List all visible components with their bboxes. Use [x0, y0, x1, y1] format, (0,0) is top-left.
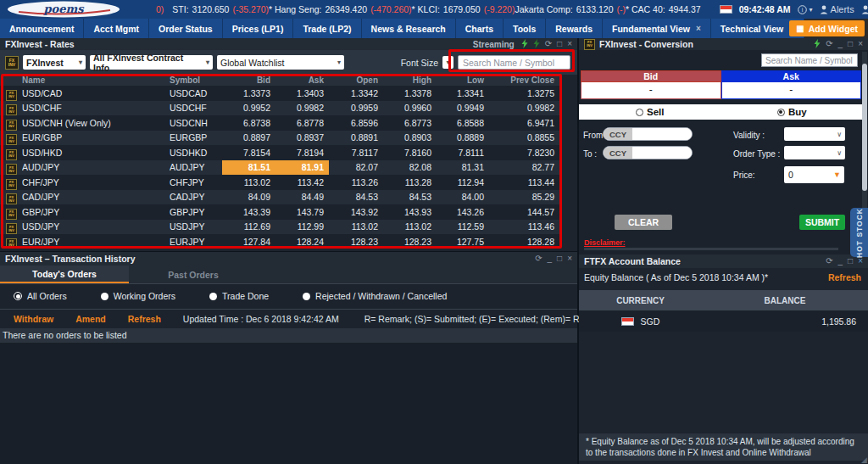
ask-cell[interactable]: 113.42	[275, 175, 329, 190]
tab-rewards[interactable]: Rewards	[546, 19, 603, 38]
tab-tools[interactable]: Tools	[504, 19, 546, 38]
ask-cell[interactable]: 6.8778	[275, 115, 329, 131]
table-row[interactable]: FXINVUSD/CNH (View Only)USDCNH6.87386.87…	[0, 115, 559, 131]
ask-cell[interactable]: 143.79	[275, 204, 329, 220]
close-icon[interactable]: ×	[567, 40, 572, 48]
col-low[interactable]: Low	[437, 75, 489, 86]
poems-logo[interactable]: poems	[0, 0, 127, 19]
table-row[interactable]: FXINVEUR/JPYEURJPY127.84128.24128.23128.…	[0, 234, 559, 249]
table-row[interactable]: FXINVCHF/JPYCHFJPY113.02113.42113.26113.…	[0, 175, 559, 190]
refresh-icon[interactable]: ⟳	[826, 40, 832, 48]
tab-news-research[interactable]: News & Research	[362, 19, 456, 38]
table-row[interactable]: FXINVEUR/GBPEURGBP0.88970.89370.88910.89…	[0, 131, 559, 146]
bid-cell[interactable]: 127.84	[222, 234, 275, 249]
from-ccy-button[interactable]: CCY	[604, 128, 632, 140]
bid-cell[interactable]: 112.69	[222, 220, 275, 235]
disclaimer-link[interactable]: Disclaimer:	[584, 238, 626, 247]
bid-cell[interactable]: 84.09	[222, 190, 275, 205]
ask-cell[interactable]: 112.99	[275, 220, 329, 235]
conversion-search-input[interactable]	[761, 53, 858, 67]
filter-all-orders[interactable]: All Orders	[14, 291, 67, 301]
minimize-icon[interactable]: _	[838, 257, 843, 266]
maximize-icon[interactable]: □	[557, 40, 562, 48]
maximize-icon[interactable]: □	[848, 257, 853, 266]
ask-cell[interactable]: 0.9982	[275, 101, 329, 116]
bid-cell[interactable]: 143.39	[222, 204, 275, 220]
tab-fundamental-view[interactable]: Fundamental View×	[603, 19, 711, 38]
col-high[interactable]: High	[383, 75, 437, 86]
maximize-icon[interactable]: □	[557, 254, 562, 263]
chevron-down-icon[interactable]: ▼	[833, 171, 844, 179]
table-row[interactable]: SGD 1,195.86	[579, 310, 868, 332]
resize-handle[interactable]: ◢	[861, 456, 867, 464]
minimize-icon[interactable]: _	[548, 254, 553, 263]
contract-select[interactable]: All FXInvest Contract Info▾	[90, 55, 213, 70]
withdraw-link[interactable]: Withdraw	[14, 314, 53, 324]
col-open[interactable]: Open	[329, 75, 383, 86]
bid-cell[interactable]: 0.8897	[222, 131, 275, 146]
add-widget-button[interactable]: ▦ Add Widget	[789, 20, 865, 36]
bid-cell[interactable]: 113.02	[222, 175, 275, 190]
tab-prices-lp1[interactable]: Prices (LP1)	[223, 19, 294, 38]
table-row[interactable]: FXINVUSD/JPYUSDJPY112.69112.99113.02113.…	[0, 220, 559, 235]
close-icon[interactable]: ×	[567, 254, 572, 263]
ask-cell[interactable]: 84.49	[275, 190, 329, 205]
font-size-select[interactable]: ▾	[442, 56, 453, 69]
filter-rejected-withdrawn-cancelled[interactable]: Rejected / Withdrawn / Cancelled	[303, 291, 447, 301]
tab-charts[interactable]: Charts	[456, 19, 504, 38]
rates-search-input[interactable]	[458, 55, 570, 70]
table-row[interactable]: FXINVGBP/JPYGBPJPY143.39143.79143.92143.…	[0, 204, 559, 220]
sell-radio[interactable]: Sell	[579, 104, 721, 120]
tab-past-orders[interactable]: Past Orders	[129, 266, 258, 283]
bid-cell[interactable]: 81.51	[222, 160, 275, 176]
col-name[interactable]: Name	[0, 75, 170, 86]
table-row[interactable]: FXINVCAD/JPYCADJPY84.0984.4984.5384.5384…	[0, 190, 559, 205]
maximize-icon[interactable]: □	[848, 40, 853, 48]
product-select[interactable]: FXInvest▾	[23, 55, 86, 70]
bid-value[interactable]: -	[581, 82, 721, 99]
bid-cell[interactable]: 6.8738	[222, 115, 275, 131]
ask-cell[interactable]: 1.3403	[275, 86, 329, 101]
col-prev-close[interactable]: Prev Close	[489, 75, 559, 86]
price-input[interactable]	[784, 170, 823, 180]
scrollbar-thumb[interactable]	[862, 64, 867, 191]
close-icon[interactable]: ×	[696, 24, 701, 33]
table-row[interactable]: FXINVUSD/CHFUSDCHF0.99520.99820.99590.99…	[0, 101, 559, 116]
col-bid[interactable]: Bid	[222, 75, 275, 86]
col-ask[interactable]: Ask	[275, 75, 329, 86]
balance-refresh-link[interactable]: Refresh	[828, 272, 861, 282]
table-row[interactable]: FXINVUSD/HKDUSDHKD7.81547.81947.81177.81…	[0, 145, 559, 160]
ask-cell[interactable]: 128.24	[275, 234, 329, 249]
bid-cell[interactable]: 1.3373	[222, 86, 275, 101]
to-amount-input[interactable]	[632, 147, 692, 159]
from-amount-input[interactable]	[632, 128, 692, 140]
tab-acct-mgmt[interactable]: Acct Mgmt	[84, 19, 149, 38]
table-row[interactable]: FXINVAUD/JPYAUDJPY81.5181.9182.0782.0881…	[0, 160, 559, 176]
validity-select[interactable]: ∨	[784, 127, 845, 141]
buy-radio[interactable]: Buy	[721, 104, 864, 120]
refresh-icon[interactable]: ⟳	[826, 257, 832, 266]
alerts-button[interactable]: Alerts	[820, 4, 854, 14]
tab-order-status[interactable]: Order Status	[149, 19, 223, 38]
to-ccy-button[interactable]: CCY	[604, 147, 632, 159]
info-icon[interactable]: i ▾	[798, 5, 813, 14]
col-symbol[interactable]: Symbol	[170, 75, 222, 86]
scrollbar[interactable]	[862, 52, 867, 233]
ask-value[interactable]: -	[721, 82, 862, 99]
tab-trade-lp2[interactable]: Trade (LP2)	[293, 19, 361, 38]
minimize-icon[interactable]: _	[838, 40, 843, 48]
amend-link[interactable]: Amend	[75, 314, 106, 324]
clear-button[interactable]: CLEAR	[615, 215, 672, 230]
watchlist-select[interactable]: Global Watchlist▾	[217, 55, 344, 70]
ask-cell[interactable]: 7.8194	[275, 145, 329, 160]
ask-cell[interactable]: 0.8937	[275, 131, 329, 146]
bid-cell[interactable]: 0.9952	[222, 101, 275, 116]
refresh-icon[interactable]: ⟳	[545, 40, 552, 48]
my-settings-button[interactable]: My Settings ▾	[861, 4, 868, 14]
refresh-icon[interactable]: ⟳	[535, 254, 542, 263]
hot-stock-ribbon[interactable]: HOT STOCK	[850, 208, 868, 257]
order-type-select[interactable]: ∨	[784, 146, 845, 159]
tab-todays-orders[interactable]: Today's Orders	[0, 266, 129, 283]
close-icon[interactable]: ×	[858, 257, 863, 266]
table-row[interactable]: FXINVUSD/CADUSDCAD1.33731.34031.33421.33…	[0, 86, 559, 101]
